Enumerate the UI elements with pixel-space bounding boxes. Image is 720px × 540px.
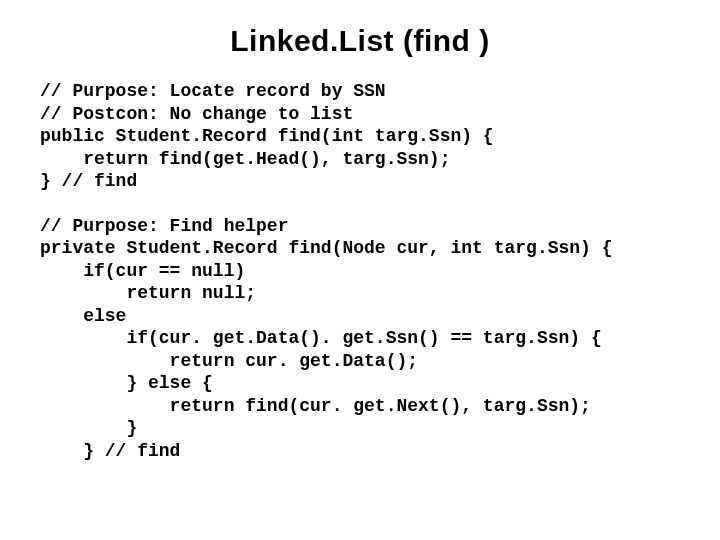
code-line: // Purpose: Find helper bbox=[40, 216, 288, 236]
code-line: } // find bbox=[40, 171, 137, 191]
code-line: // Postcon: No change to list bbox=[40, 104, 353, 124]
code-line: return find(cur. get.Next(), targ.Ssn); bbox=[40, 396, 591, 416]
code-line: return find(get.Head(), targ.Ssn); bbox=[40, 149, 450, 169]
code-line: if(cur. get.Data(). get.Ssn() == targ.Ss… bbox=[40, 328, 602, 348]
code-block-2: // Purpose: Find helper private Student.… bbox=[40, 215, 680, 463]
code-line: } else { bbox=[40, 373, 213, 393]
code-line: private Student.Record find(Node cur, in… bbox=[40, 238, 613, 258]
slide: Linked.List (find ) // Purpose: Locate r… bbox=[0, 0, 720, 540]
code-line: // Purpose: Locate record by SSN bbox=[40, 81, 386, 101]
code-block-1: // Purpose: Locate record by SSN // Post… bbox=[40, 80, 680, 193]
spacer bbox=[40, 193, 680, 215]
slide-title: Linked.List (find ) bbox=[40, 24, 680, 58]
code-line: public Student.Record find(int targ.Ssn)… bbox=[40, 126, 494, 146]
code-line: else bbox=[40, 306, 126, 326]
code-line: } bbox=[40, 418, 137, 438]
code-line: return cur. get.Data(); bbox=[40, 351, 418, 371]
code-line: } // find bbox=[40, 441, 180, 461]
code-line: if(cur == null) bbox=[40, 261, 245, 281]
code-line: return null; bbox=[40, 283, 256, 303]
